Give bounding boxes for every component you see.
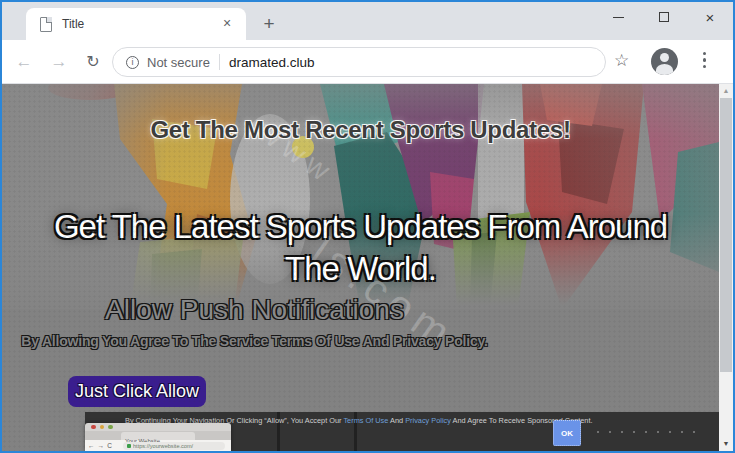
mockup-close-icon [91,425,96,430]
mockup-nav-icons: ← → C [85,442,113,449]
titlebar: Title × + × [2,2,733,40]
scroll-up-icon[interactable]: ▲ [719,84,733,98]
dotted-decoration [597,431,701,433]
ok-button[interactable]: OK [553,420,581,446]
scrollbar[interactable]: ▲ ▼ [719,84,733,451]
window-close-button[interactable]: × [687,2,733,32]
top-heading: Get The Most Recent Sports Updates! [2,116,719,144]
browser-tab[interactable]: Title × [26,8,246,40]
browser-mockup-image: Your Website ← → C https://yourwebsite.c… [85,423,231,451]
tab-title: Title [62,17,84,31]
info-icon[interactable]: i [126,56,139,69]
url-text: dramated.club [229,55,315,70]
window-close-icon: × [706,10,715,25]
mockup-lock-icon [127,444,131,448]
just-click-allow-button[interactable]: Just Click Allow [68,376,206,407]
mockup-tab: Your Website [121,432,195,440]
menu-icon[interactable] [703,52,706,68]
new-tab-button[interactable]: + [256,11,282,37]
maximize-button[interactable] [641,2,687,32]
privacy-policy-link[interactable]: Privacy Policy [405,416,451,424]
address-bar[interactable]: i Not secure dramated.club [112,47,606,77]
mockup-tab-row: Your Website [85,431,231,440]
push-notifications-subtitle: By Allowing You Agree To The Service Ter… [2,333,507,349]
maximize-icon [659,12,669,22]
browser-window: Title × + × ← → ↻ i Not secure dramated.… [0,0,735,453]
window-controls: × [595,2,733,32]
main-heading: Get The Latest Sports Updates From Aroun… [2,206,719,290]
tab-close-icon[interactable]: × [218,15,236,33]
security-label: Not secure [147,55,210,70]
mockup-address-bar: https://yourwebsite.com/ [123,442,225,450]
mockup-zoom-icon [108,425,113,430]
minimize-icon [613,17,624,18]
forward-icon[interactable]: → [46,52,72,72]
profile-avatar-icon[interactable] [651,48,678,75]
web-page: www ls.com Get The Most Recent Sports Up… [2,84,719,451]
page-content: www ls.com Get The Most Recent Sports Up… [2,84,733,451]
mockup-window-buttons [85,423,231,431]
back-icon[interactable]: ← [11,52,37,72]
bookmark-star-icon[interactable]: ☆ [614,50,629,71]
omnibox-divider [219,54,220,70]
page-favicon-icon [40,17,52,32]
push-notifications-heading: Allow Push Notifications [2,294,507,326]
scrollbar-thumb[interactable] [720,98,732,372]
mockup-minimize-icon [100,425,105,430]
reload-icon[interactable]: ↻ [80,52,106,71]
browser-toolbar: ← → ↻ i Not secure dramated.club ☆ [2,40,733,84]
terms-of-use-link[interactable]: Terms Of Use [343,416,388,424]
scroll-down-icon[interactable]: ▼ [719,437,733,451]
minimize-button[interactable] [595,2,641,32]
